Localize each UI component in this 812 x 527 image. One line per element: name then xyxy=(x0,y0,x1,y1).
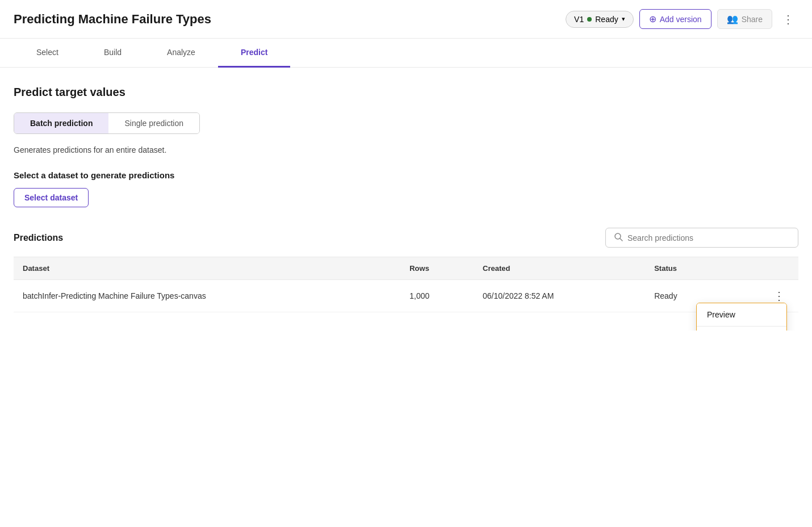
prediction-description: Generates predictions for an entire data… xyxy=(14,145,798,154)
status-label: Ready xyxy=(595,15,618,24)
predictions-header: Predictions xyxy=(14,228,798,248)
col-actions xyxy=(724,257,798,280)
context-menu: Preview Download › Delete xyxy=(696,303,787,331)
row-actions-button[interactable]: ⋮ xyxy=(769,288,789,304)
table-header-row: Dataset Rows Created Status xyxy=(14,257,798,280)
svg-line-1 xyxy=(620,239,622,241)
table-row: batchInfer-Predicting Machine Failure Ty… xyxy=(14,280,798,312)
cell-rows: 1,000 xyxy=(400,280,474,312)
search-bar[interactable] xyxy=(605,228,798,248)
col-created: Created xyxy=(474,257,645,280)
select-dataset-button[interactable]: Select dataset xyxy=(14,188,89,207)
col-dataset: Dataset xyxy=(14,257,400,280)
nav-tabs: Select Build Analyze Predict xyxy=(0,39,812,68)
prediction-toggle: Batch prediction Single prediction xyxy=(14,112,200,134)
add-version-button[interactable]: ⊕ Add version xyxy=(639,9,711,29)
tab-build[interactable]: Build xyxy=(81,39,144,68)
predictions-table: Dataset Rows Created Status batchInfer-P… xyxy=(14,257,798,312)
cell-actions: ⋮ Preview Download › Delete xyxy=(724,280,798,312)
chevron-down-icon: ▾ xyxy=(622,15,625,23)
col-status: Status xyxy=(645,257,724,280)
main-content: Predict target values Batch prediction S… xyxy=(0,68,812,331)
status-dot-icon xyxy=(587,17,592,22)
tab-select[interactable]: Select xyxy=(14,39,81,68)
share-button[interactable]: 👥 Share xyxy=(717,9,772,29)
more-options-button[interactable]: ⋮ xyxy=(778,10,798,28)
search-icon xyxy=(614,232,623,243)
plus-icon: ⊕ xyxy=(649,14,656,24)
context-menu-download[interactable]: Download › xyxy=(697,327,786,331)
tab-predict[interactable]: Predict xyxy=(218,39,290,68)
cell-created: 06/10/2022 8:52 AM xyxy=(474,280,645,312)
single-prediction-button[interactable]: Single prediction xyxy=(108,113,199,133)
version-label: V1 xyxy=(574,15,584,24)
col-rows: Rows xyxy=(400,257,474,280)
cell-dataset: batchInfer-Predicting Machine Failure Ty… xyxy=(14,280,400,312)
page-title: Predicting Machine Failure Types xyxy=(14,12,556,27)
predict-target-title: Predict target values xyxy=(14,86,798,99)
tab-analyze[interactable]: Analyze xyxy=(144,39,218,68)
batch-prediction-button[interactable]: Batch prediction xyxy=(14,113,108,133)
header: Predicting Machine Failure Types V1 Read… xyxy=(0,0,812,39)
share-icon: 👥 xyxy=(727,14,738,24)
select-dataset-label: Select a dataset to generate predictions xyxy=(14,170,798,180)
search-input[interactable] xyxy=(627,233,790,242)
predictions-title: Predictions xyxy=(14,233,63,243)
header-actions: V1 Ready ▾ ⊕ Add version 👥 Share ⋮ xyxy=(566,9,798,29)
context-menu-preview[interactable]: Preview xyxy=(697,303,786,326)
version-button[interactable]: V1 Ready ▾ xyxy=(566,11,634,28)
